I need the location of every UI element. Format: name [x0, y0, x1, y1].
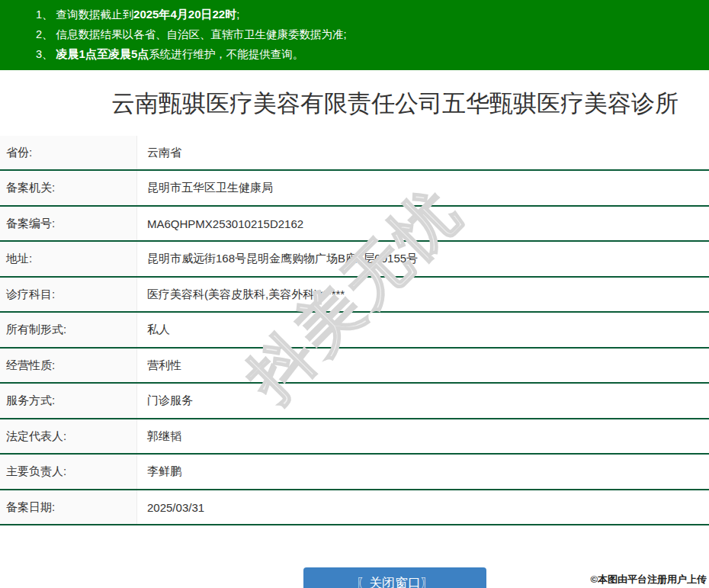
table-row-legal-representative: 法定代表人: 郭继韬 — [0, 419, 709, 455]
upload-credit-watermark: ©本图由平台注册用户上传 — [590, 573, 707, 586]
row-label: 所有制形式: — [0, 313, 137, 347]
row-label: 经营性质: — [0, 349, 137, 383]
notice-2-text: 2、 信息数据结果以各省、自治区、直辖市卫生健康委数据为准; — [36, 28, 347, 40]
table-row-operating-nature: 经营性质: 营利性 — [0, 349, 709, 384]
row-label: 备案机关: — [0, 171, 137, 205]
row-value: 门诊服务 — [137, 384, 709, 418]
row-value: 云南省 — [137, 136, 709, 170]
table-row-address: 地址: 昆明市威远街168号昆明金鹰购物广场B座5层00155号 — [0, 242, 709, 278]
row-value: 医疗美容科(美容皮肤科,美容外科)****** — [137, 278, 709, 312]
notice-3-text: 3、 — [36, 48, 56, 60]
notice-3-tail: 系统进行维护，不能提供查询。 — [149, 48, 303, 60]
table-row-service-mode: 服务方式: 门诊服务 — [0, 384, 709, 419]
notice-line-3: 3、 凌晨1点至凌晨5点系统进行维护，不能提供查询。 — [36, 44, 701, 64]
row-value: 营利性 — [137, 349, 709, 383]
row-value: 昆明市五华区卫生健康局 — [137, 171, 709, 205]
table-row-filing-number: 备案编号: MA6QHPMX253010215D2162 — [0, 207, 709, 243]
close-window-button[interactable]: 〖关闭窗口〗 — [303, 567, 486, 588]
table-row-clinical-departments: 诊疗科目: 医疗美容科(美容皮肤科,美容外科)****** — [0, 278, 709, 313]
row-label: 备案日期: — [0, 490, 137, 525]
row-label: 诊疗科目: — [0, 278, 137, 312]
page-title: 云南甄骐医疗美容有限责任公司五华甄骐医疗美容诊所 — [0, 87, 709, 121]
row-label: 法定代表人: — [0, 419, 137, 454]
row-value: 李鲜鹏 — [137, 455, 709, 489]
row-value: 2025/03/31 — [137, 490, 709, 525]
notice-line-2: 2、 信息数据结果以各省、自治区、直辖市卫生健康委数据为准; — [36, 24, 701, 44]
row-value: 昆明市威远街168号昆明金鹰购物广场B座5层00155号 — [137, 242, 709, 276]
table-row-main-person-in-charge: 主要负责人: 李鲜鹏 — [0, 455, 709, 490]
registration-info-table: 省份: 云南省 备案机关: 昆明市五华区卫生健康局 备案编号: MA6QHPMX… — [0, 136, 709, 526]
notice-1-bold: 2025年4月20日22时 — [133, 8, 236, 21]
row-label: 省份: — [0, 136, 137, 170]
notice-3-bold: 凌晨1点至凌晨5点 — [56, 47, 149, 60]
row-label: 主要负责人: — [0, 455, 137, 489]
table-row-filing-date: 备案日期: 2025/03/31 — [0, 490, 709, 526]
row-value: 私人 — [137, 313, 709, 347]
table-row-ownership-form: 所有制形式: 私人 — [0, 313, 709, 349]
row-label: 地址: — [0, 242, 137, 276]
row-value: MA6QHPMX253010215D2162 — [137, 207, 709, 241]
notice-line-1: 1、 查询数据截止到2025年4月20日22时; — [36, 5, 701, 24]
notice-banner: 1、 查询数据截止到2025年4月20日22时; 2、 信息数据结果以各省、自治… — [0, 0, 709, 70]
table-row-province: 省份: 云南省 — [0, 136, 709, 172]
row-label: 备案编号: — [0, 207, 137, 241]
notice-1-text: 1、 查询数据截止到 — [36, 8, 133, 21]
table-row-filing-authority: 备案机关: 昆明市五华区卫生健康局 — [0, 171, 709, 207]
notice-1-tail: ; — [236, 8, 239, 21]
row-value: 郭继韬 — [137, 419, 709, 454]
row-label: 服务方式: — [0, 384, 137, 418]
